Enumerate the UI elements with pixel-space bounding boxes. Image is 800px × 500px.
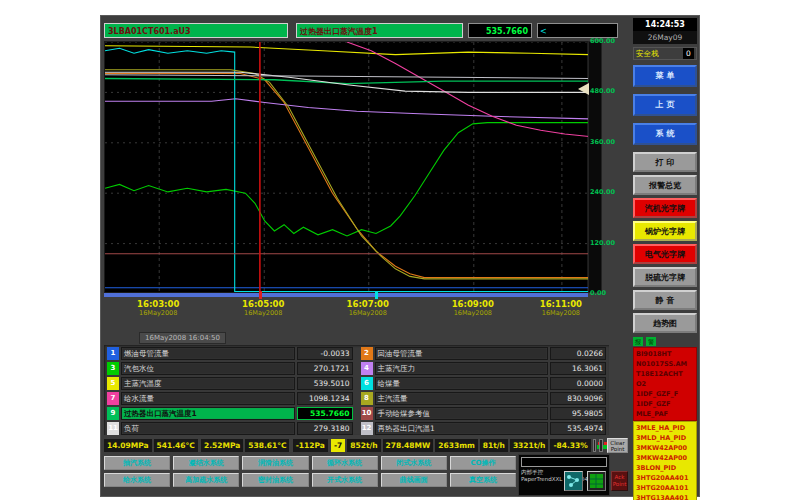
alarm-tag[interactable]: 3MLD_HA_PID (636, 433, 694, 443)
legend-row-pen-11[interactable]: 11负荷279.3180 (107, 422, 353, 435)
alarm-tag[interactable]: BI9018HT (636, 349, 694, 359)
legend-row-pen-6[interactable]: 6给煤量0.0000 (361, 377, 607, 390)
pen-value: 279.3180 (297, 422, 353, 435)
pen-label: 主汽流量 (375, 392, 549, 405)
sidebar-button[interactable]: 上 页 (633, 94, 697, 116)
system-button[interactable]: 曲线画面 (381, 473, 447, 487)
cursor-timestamp: 16May2008 16:04:50 (139, 332, 226, 344)
legend-row-pen-8[interactable]: 8主汽流量830.9096 (361, 392, 607, 405)
alarm-tag[interactable]: 3BLON_PID (636, 463, 694, 473)
system-button[interactable]: CO操作 (450, 456, 516, 470)
legend-row-pen-10[interactable]: 10手动给煤参考值95.9805 (361, 407, 607, 420)
trend-series-pen-4 (105, 99, 589, 119)
clear-point-button[interactable]: Clear Point (607, 438, 628, 453)
sidebar-button[interactable]: 汽机光字牌 (633, 198, 697, 218)
pen-value: 0.0266 (550, 347, 606, 360)
pen-label: 手动给煤参考值 (375, 407, 549, 420)
pen-label: 回油母管流量 (375, 347, 549, 360)
legend-row-pen-2[interactable]: 2回油母管流量0.0266 (361, 347, 607, 360)
time-tick: 16:03:0016May2008 (137, 299, 179, 317)
pen-description-field[interactable]: 过热器出口蒸汽温度1 (296, 23, 463, 38)
pen-color-chip: 8 (361, 392, 373, 405)
alarm-tag[interactable]: MLE_PAF (636, 409, 694, 419)
pen-value: 95.9805 (550, 407, 606, 420)
pen-label: 汽包水位 (121, 362, 295, 375)
legend-row-pen-4[interactable]: 4主蒸汽压力16.3061 (361, 362, 607, 375)
alarm-tag[interactable]: 3HTG13AA401 (636, 493, 694, 500)
trend-chart[interactable] (104, 41, 588, 293)
alarm-tag[interactable]: T18E12ACHT (636, 369, 694, 379)
sidebar-button[interactable]: 菜 单 (633, 65, 697, 87)
cursor-marker-field[interactable]: < (537, 23, 618, 38)
alarm-header-chip[interactable]: 报 (633, 337, 643, 346)
pen-value: 539.5010 (297, 377, 353, 390)
legend-row-pen-9[interactable]: 9过热器出口蒸汽温度1535.7660 (107, 407, 353, 420)
system-button[interactable]: 真空系统 (450, 473, 516, 487)
sidebar-button[interactable]: 锅炉光字牌 (633, 221, 697, 241)
legend-row-pen-12[interactable]: 12再热器出口汽温1535.4974 (361, 422, 607, 435)
system-button[interactable]: 闭式水系统 (381, 456, 447, 470)
pen-label: 主蒸汽温度 (121, 377, 295, 390)
sidebar-button[interactable]: 脱硫光字牌 (633, 267, 697, 287)
safety-stack-label: 安全栈 (636, 49, 683, 59)
alarm-tag[interactable]: N01017SS.AM (636, 359, 694, 369)
ack-point-button[interactable]: Ack Point (611, 471, 628, 491)
pen-color-chip: 6 (361, 377, 373, 390)
system-button[interactable]: 给水系统 (104, 473, 170, 487)
pen-value: 16.3061 (550, 362, 606, 375)
system-button[interactable]: 循环水系统 (312, 456, 378, 470)
status-value: 3321t/h (510, 439, 549, 452)
scale-pointer-triangle-icon[interactable] (578, 83, 589, 95)
time-axis: 16:03:0016May200816:05:0016May200816:07:… (104, 299, 588, 323)
alarm-tag[interactable]: 1IDF_GZF_F (636, 389, 694, 399)
status-value: 278.48MW (383, 439, 434, 452)
legend-row-pen-1[interactable]: 1燃油母管流量-0.0033 (107, 347, 353, 360)
trend-series-pen-9 (105, 79, 589, 84)
grid-view-icon[interactable] (587, 471, 606, 491)
alarm-tag[interactable]: O2 (636, 379, 694, 389)
legend-row-pen-3[interactable]: 3汽包水位270.1721 (107, 362, 353, 375)
pen-tag-field[interactable]: 3LBA01CT601.aU3 (104, 23, 288, 38)
sidebar-button[interactable]: 趋势图 (633, 313, 697, 333)
topology-icon[interactable] (564, 471, 583, 491)
pen-color-chip: 5 (107, 377, 119, 390)
alarm-tag[interactable]: 1IDF_GZF (636, 399, 694, 409)
sidebar-button[interactable]: 报警总览 (633, 175, 697, 195)
alarm-tag[interactable]: 3HTG20AA401 (636, 473, 694, 483)
alarm-tag[interactable]: 3MKW42AP00 (636, 453, 694, 463)
pen-value: 830.9096 (550, 392, 606, 405)
system-button[interactable]: 开式水系统 (312, 473, 378, 487)
value-scale-strip[interactable] (588, 41, 602, 293)
pen-label: 主蒸汽压力 (375, 362, 549, 375)
sidebar-button[interactable]: 系 统 (633, 123, 697, 145)
system-button[interactable]: 抽汽系统 (104, 456, 170, 470)
time-tick: 16:11:0016May2008 (540, 299, 582, 317)
alarm-tag[interactable]: 3HTG20AA101 (636, 483, 694, 493)
sidebar: 14:24:53 26May09 安全栈 0 菜 单上 页系 统打 印报警总览汽… (631, 16, 699, 498)
pen-label: 给水流量 (121, 392, 295, 405)
status-value: 538.61°C (245, 439, 289, 452)
sidebar-button[interactable]: 电气光字牌 (633, 244, 697, 264)
system-button[interactable]: 凝结水系统 (173, 456, 239, 470)
console-input[interactable] (521, 457, 607, 467)
system-button[interactable]: 润滑油系统 (242, 456, 308, 470)
scrollbar-marker[interactable] (259, 291, 262, 299)
scrollbar-marker[interactable] (375, 291, 378, 299)
status-value: 2633mm (435, 439, 478, 452)
sidebar-button[interactable]: 静 音 (633, 290, 697, 310)
status-toggle-icon[interactable] (593, 439, 597, 452)
pen-color-chip: 10 (361, 407, 373, 420)
pen-color-chip: 4 (361, 362, 373, 375)
legend-table: 1燃油母管流量-0.00333汽包水位270.17215主蒸汽温度539.501… (104, 345, 609, 435)
legend-row-pen-7[interactable]: 7给水流量1098.1234 (107, 392, 353, 405)
status-toggle-icon[interactable] (599, 439, 603, 452)
status-value: 852t/h (347, 439, 380, 452)
alarm-tag[interactable]: 3MLE_HA_PID (636, 423, 694, 433)
system-button[interactable]: 密封油系统 (242, 473, 308, 487)
sidebar-button[interactable]: 打 印 (633, 152, 697, 172)
alarm-header-chip[interactable]: 警 (646, 337, 656, 346)
legend-row-pen-5[interactable]: 5主蒸汽温度539.5010 (107, 377, 353, 390)
system-button[interactable]: 高加疏水系统 (173, 473, 239, 487)
alarm-tag[interactable]: 3MKW42AP00 (636, 443, 694, 453)
time-scrollbar[interactable] (104, 293, 588, 297)
